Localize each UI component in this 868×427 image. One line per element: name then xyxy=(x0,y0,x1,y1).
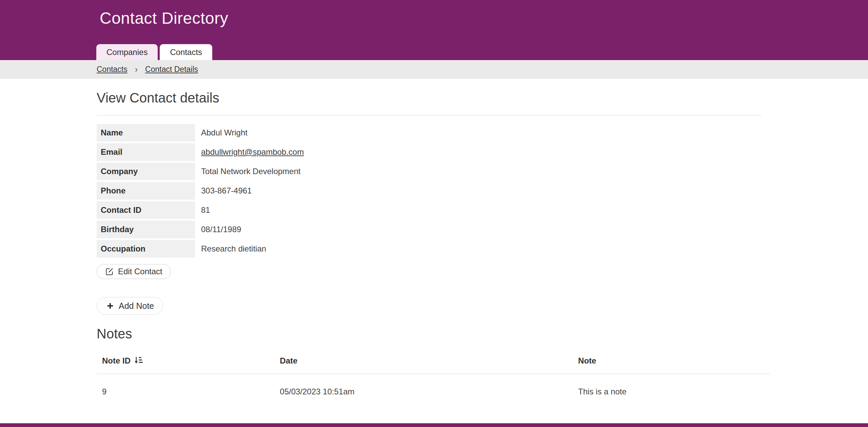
note-table-row: 9 05/03/2023 10:51am This is a note xyxy=(97,374,770,407)
note-text-cell: This is a note xyxy=(573,374,770,407)
detail-value: 08/11/1989 xyxy=(195,221,241,238)
detail-row-company: Company Total Network Development xyxy=(97,163,770,180)
edit-pencil-square-icon xyxy=(105,267,114,276)
notes-table: Note ID Date Note 9 05/ xyxy=(97,351,770,407)
tab-companies[interactable]: Companies xyxy=(96,44,158,60)
detail-label: Email xyxy=(97,143,195,161)
detail-value: Research dietitian xyxy=(195,240,266,258)
detail-value: 303-867-4961 xyxy=(195,182,252,200)
detail-row-phone: Phone 303-867-4961 xyxy=(97,182,770,200)
breadcrumb: Contacts › Contact Details xyxy=(0,60,868,79)
detail-label: Company xyxy=(97,163,195,180)
breadcrumb-link-contacts[interactable]: Contacts xyxy=(97,65,127,74)
add-note-label: Add Note xyxy=(119,301,154,311)
page-title: View Contact details xyxy=(97,90,770,106)
notes-table-header-row: Note ID Date Note xyxy=(97,351,770,374)
note-date-cell: 05/03/2023 10:51am xyxy=(274,374,573,407)
notes-section-title: Notes xyxy=(97,326,770,342)
detail-label: Birthday xyxy=(97,221,195,238)
detail-label: Occupation xyxy=(97,240,195,258)
column-header-note: Note xyxy=(573,351,770,374)
detail-value: Abdul Wright xyxy=(195,124,248,142)
detail-label: Phone xyxy=(97,182,195,200)
main-content: View Contact details Name Abdul Wright E… xyxy=(97,90,770,407)
detail-row-occupation: Occupation Research dietitian xyxy=(97,240,770,258)
tab-bar: Companies Contacts xyxy=(96,44,212,60)
app-header: Contact Directory Companies Contacts xyxy=(0,0,868,60)
sort-amount-down-icon xyxy=(134,356,143,365)
detail-label: Name xyxy=(97,124,195,142)
detail-value: 81 xyxy=(195,201,210,219)
detail-row-name: Name Abdul Wright xyxy=(97,124,770,142)
breadcrumb-separator-icon: › xyxy=(135,65,138,74)
breadcrumb-link-contact-details[interactable]: Contact Details xyxy=(145,65,198,74)
tab-contacts[interactable]: Contacts xyxy=(160,44,212,60)
add-note-button[interactable]: Add Note xyxy=(97,297,163,315)
plus-icon xyxy=(106,301,115,310)
detail-row-birthday: Birthday 08/11/1989 xyxy=(97,221,770,238)
detail-label: Contact ID xyxy=(97,201,195,219)
detail-row-email: Email abdullwright@spambob.com xyxy=(97,143,770,161)
column-header-note-id[interactable]: Note ID xyxy=(97,351,274,374)
column-header-date: Date xyxy=(274,351,573,374)
detail-value: Total Network Development xyxy=(195,163,300,180)
heading-divider xyxy=(97,115,762,115)
detail-value: abdullwright@spambob.com xyxy=(195,143,304,161)
edit-contact-label: Edit Contact xyxy=(118,267,162,276)
column-header-label: Note ID xyxy=(102,356,131,365)
contact-details-list: Name Abdul Wright Email abdullwright@spa… xyxy=(97,124,770,258)
note-id-cell: 9 xyxy=(97,374,274,407)
edit-contact-button[interactable]: Edit Contact xyxy=(97,264,171,279)
footer-accent-bar xyxy=(0,423,868,427)
detail-row-contact-id: Contact ID 81 xyxy=(97,201,770,219)
app-title: Contact Directory xyxy=(100,9,228,27)
email-link[interactable]: abdullwright@spambob.com xyxy=(201,147,304,156)
